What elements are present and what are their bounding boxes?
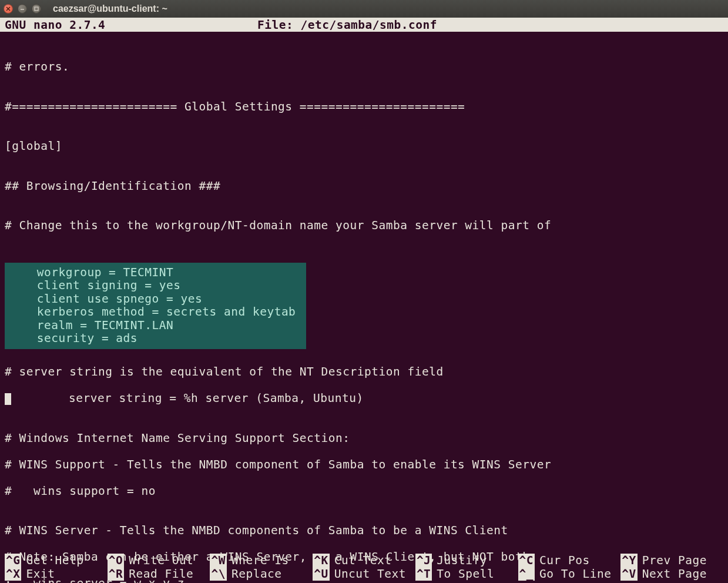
- close-button[interactable]: [4, 4, 13, 14]
- line: # Windows Internet Name Serving Support …: [5, 432, 723, 445]
- close-icon: [5, 6, 11, 12]
- nano-statusbar: GNU nano 2.7.4 File: /etc/samba/smb.conf: [0, 18, 728, 32]
- line: ## Browsing/Identification ###: [5, 180, 723, 193]
- text-cursor: [5, 393, 11, 405]
- window-title: caezsar@ubuntu-client: ~: [53, 4, 167, 14]
- titlebar: caezsar@ubuntu-client: ~: [0, 0, 728, 18]
- shortcut-next-page[interactable]: ^VNext Page: [620, 567, 723, 581]
- config-line: kerberos method = secrets and keytab: [15, 306, 296, 319]
- shortcut-go-to-line[interactable]: ^_Go To Line: [518, 567, 621, 581]
- line: # server string is the equivalent of the…: [5, 366, 723, 379]
- line: #======================= Global Settings…: [5, 100, 723, 114]
- minimize-icon: [19, 6, 25, 12]
- maximize-icon: [33, 6, 39, 12]
- shortcut-cut-text[interactable]: ^KCut Text: [313, 554, 415, 567]
- shortcut-exit[interactable]: ^XExit: [5, 567, 108, 581]
- nano-file-label: File: /etc/samba/smb.conf: [257, 18, 723, 32]
- shortcut-row-2: ^XExit ^RRead File ^\Replace ^UUncut Tex…: [5, 567, 723, 581]
- shortcut-prev-page[interactable]: ^YPrev Page: [620, 554, 723, 567]
- editor-area[interactable]: # errors. #======================= Globa…: [0, 32, 728, 583]
- window-controls: [4, 4, 41, 14]
- svg-rect-3: [35, 7, 38, 11]
- line: # Change this to the workgroup/NT-domain…: [5, 219, 723, 233]
- config-line: client use spnego = yes: [15, 293, 296, 306]
- line: # WINS Server - Tells the NMBD component…: [5, 524, 723, 538]
- highlighted-config-block: workgroup = TECMINT client signing = yes…: [5, 263, 306, 349]
- config-line: security = ads: [15, 332, 296, 346]
- shortcut-read-file[interactable]: ^RRead File: [108, 567, 210, 581]
- shortcut-get-help[interactable]: ^GGet Help: [5, 554, 108, 567]
- shortcut-to-spell[interactable]: ^TTo Spell: [415, 567, 518, 581]
- cursor-line: server string = %h server (Samba, Ubuntu…: [5, 392, 723, 406]
- config-line: realm = TECMINT.LAN: [15, 319, 296, 333]
- shortcut-where-is[interactable]: ^WWhere Is: [210, 554, 313, 567]
- nano-app-label: GNU nano 2.7.4: [5, 18, 257, 32]
- shortcut-row-1: ^GGet Help ^OWrite Out ^WWhere Is ^KCut …: [5, 554, 723, 567]
- config-line: workgroup = TECMINT: [15, 266, 296, 280]
- shortcut-replace[interactable]: ^\Replace: [210, 567, 313, 581]
- line: # wins support = no: [5, 485, 723, 498]
- line: # errors.: [5, 61, 723, 74]
- line: [global]: [5, 140, 723, 153]
- shortcut-cur-pos[interactable]: ^CCur Pos: [518, 554, 621, 567]
- minimize-button[interactable]: [18, 4, 27, 14]
- shortcut-uncut-text[interactable]: ^UUncut Text: [313, 567, 415, 581]
- shortcut-justify[interactable]: ^JJustify: [415, 554, 518, 567]
- maximize-button[interactable]: [32, 4, 41, 14]
- config-line: client signing = yes: [15, 279, 296, 293]
- nano-shortcuts: ^GGet Help ^OWrite Out ^WWhere Is ^KCut …: [0, 554, 728, 583]
- shortcut-write-out[interactable]: ^OWrite Out: [108, 554, 210, 567]
- line: # WINS Support - Tells the NMBD componen…: [5, 458, 723, 472]
